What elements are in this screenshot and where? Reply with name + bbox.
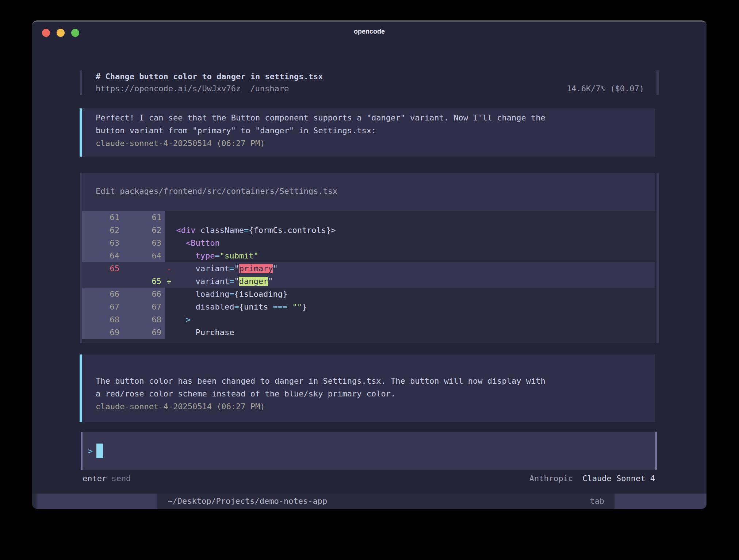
code-token: {formCs.controls}>	[249, 226, 336, 235]
edit-card-right-rule	[656, 173, 659, 343]
assistant-message: Perfect! I can see that the Button compo…	[82, 108, 655, 157]
diff-row: 6464 type="submit"	[82, 249, 655, 262]
opencode-window: opencode # Change button color to danger…	[32, 20, 707, 509]
mode-badge[interactable]: BUILDMODE	[614, 494, 707, 509]
code-token: "	[268, 277, 273, 286]
added-token: danger	[239, 277, 268, 286]
prompt-symbol: >	[88, 446, 93, 456]
line-number-old: 67	[82, 300, 123, 313]
session-title: # Change button color to danger in setti…	[82, 70, 323, 83]
code-token: variant	[171, 277, 229, 286]
line-number-old: 63	[82, 237, 123, 249]
code-token: loading	[166, 289, 229, 299]
hint-send-label: send	[111, 473, 131, 484]
context-stats: 14.6K/7% ($0.07)	[567, 83, 655, 95]
line-number-new: 61	[123, 211, 165, 224]
line-number-old: 69	[82, 326, 123, 339]
line-number-new: 66	[123, 288, 165, 300]
line-number-new: 65	[123, 275, 165, 288]
code-token: ""	[292, 302, 302, 311]
line-number-old: 61	[82, 211, 123, 224]
line-number-new: 69	[123, 326, 165, 339]
model-name: Claude Sonnet 4	[582, 474, 655, 483]
assistant-message-accent-bar	[80, 354, 82, 422]
line-number-new: 67	[123, 300, 165, 313]
diff-row: 6969 Purchase	[82, 326, 655, 339]
status-bar: opencodev0.3.11 ~/Desktop/Projects/demo-…	[32, 494, 707, 509]
code-token: <Button	[166, 238, 220, 248]
code-token: "	[234, 264, 239, 273]
code-token: =	[234, 302, 239, 311]
code-line: Purchase	[165, 326, 655, 339]
code-token: "submit"	[220, 251, 259, 260]
unshare-command[interactable]: /unshare	[250, 83, 289, 95]
diff-row: 6666 loading={isLoading}	[82, 288, 655, 300]
assistant-message: The button color has been changed to dan…	[82, 354, 655, 422]
line-number-old	[82, 275, 123, 288]
diff-row: 6262 <div className={formCs.controls}>	[82, 224, 655, 237]
session-header: # Change button color to danger in setti…	[82, 70, 655, 95]
code-token	[287, 302, 292, 311]
prompt-input[interactable]: >	[81, 432, 657, 470]
code-line: disabled={units === ""}	[165, 300, 655, 313]
status-bar-spacer	[327, 494, 590, 509]
model-indicator: Anthropic Claude Sonnet 4	[529, 473, 655, 484]
line-number-old: 68	[82, 313, 123, 326]
message-text-line: Perfect! I can see that the Button compo…	[96, 111, 655, 124]
line-number-new	[123, 262, 165, 275]
diff-row-removed: 65 - variant="primary"	[82, 262, 655, 275]
diff-row: 6363 <Button	[82, 237, 655, 249]
session-header-right-rule	[656, 70, 659, 95]
text-cursor	[96, 444, 103, 458]
window-title: opencode	[354, 28, 385, 35]
code-token: "	[273, 264, 277, 273]
message-text-line: button variant from "primary" to "danger…	[96, 124, 655, 137]
zoom-button[interactable]	[71, 29, 79, 37]
diff-row-added: 65 + variant="danger"	[82, 275, 655, 288]
diff-row: 6161	[82, 211, 655, 224]
code-token: <div	[166, 226, 195, 235]
edit-tool-header: Edit packages/frontend/src/containers/Se…	[82, 173, 655, 211]
tab-key-hint: tab	[590, 494, 605, 509]
diff-row: 6767 disabled={units === ""}	[82, 300, 655, 313]
code-token: ===	[273, 302, 287, 311]
removed-marker: -	[166, 264, 171, 273]
diff-row: 6868 >	[82, 313, 655, 326]
diff-view: 6161 6262 <div className={formCs.control…	[82, 211, 655, 343]
model-provider: Anthropic	[529, 474, 573, 483]
minimize-button[interactable]	[57, 29, 65, 37]
app-version-badge: opencodev0.3.11	[37, 494, 157, 509]
code-token: =	[229, 264, 234, 273]
line-number-new: 62	[123, 224, 165, 237]
code-token: =	[215, 251, 219, 260]
code-line: <Button	[165, 237, 655, 249]
added-marker: +	[166, 277, 171, 286]
traffic-lights	[42, 29, 79, 37]
code-token: =	[244, 226, 249, 235]
hint-enter-key: enter	[83, 473, 107, 484]
line-number-new: 63	[123, 237, 165, 249]
message-text-line: The button color has been changed to dan…	[96, 375, 655, 387]
code-token: =	[229, 289, 234, 299]
code-token: }	[302, 302, 307, 311]
code-token: disabled	[166, 302, 234, 311]
edit-tool-card: Edit packages/frontend/src/containers/Se…	[82, 173, 655, 343]
close-button[interactable]	[42, 29, 50, 37]
code-token: variant	[171, 264, 229, 273]
assistant-message-accent-bar	[80, 108, 82, 157]
titlebar: opencode	[32, 22, 707, 41]
code-token: className	[195, 226, 244, 235]
line-number-old: 64	[82, 249, 123, 262]
message-meta: claude-sonnet-4-20250514 (06:27 PM)	[96, 137, 655, 150]
code-line: type="submit"	[165, 249, 655, 262]
share-url[interactable]: https://opencode.ai/s/UwJxv76z	[96, 83, 241, 95]
code-token: Purchase	[166, 328, 234, 337]
line-number-old: 66	[82, 288, 123, 300]
line-number-new: 68	[123, 313, 165, 326]
code-line: <div className={formCs.controls}>	[165, 224, 655, 237]
message-text-line: a red/rose color scheme instead of the b…	[96, 387, 655, 400]
line-number-old: 65	[82, 262, 123, 275]
code-line: loading={isLoading}	[165, 288, 655, 300]
code-token: "	[234, 277, 239, 286]
code-token: >	[166, 315, 191, 324]
